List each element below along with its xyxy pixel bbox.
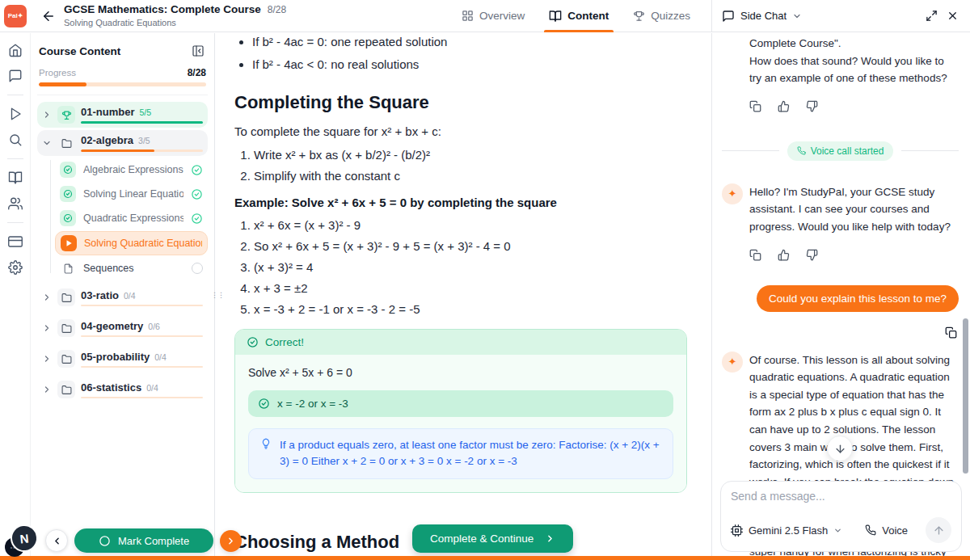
sidebar-resize-handle[interactable]: ⋮⋮ (211, 293, 217, 306)
section-count: 3/5 (138, 136, 150, 145)
practice-hint: If a product equals zero, at least one f… (248, 428, 673, 479)
book-icon[interactable] (8, 171, 23, 185)
main-tabs: Overview Content Quizzes (462, 0, 690, 32)
send-button[interactable] (926, 517, 951, 543)
section-06-statistics[interactable]: 06-statistics0/4 (37, 377, 208, 402)
thumbs-down-button[interactable] (806, 249, 818, 261)
tab-quizzes[interactable]: Quizzes (633, 0, 690, 32)
user-message-row: Could you explain this lesson to me? (722, 285, 959, 312)
tab-quizzes-label: Quizzes (651, 10, 690, 22)
copy-button[interactable] (749, 100, 761, 112)
model-label: Gemini 2.5 Flash (749, 524, 828, 537)
lesson-quadratic-expressions[interactable]: Quadratic Expressions (55, 207, 208, 229)
lesson-label: Solving Quadratic Equations (84, 238, 202, 249)
cpu-icon (731, 524, 743, 537)
section-progress-bar (81, 305, 203, 306)
folder-icon (57, 350, 75, 368)
lesson-solving-linear-equations[interactable]: Solving Linear Equations (55, 183, 208, 205)
collapse-sidebar-button[interactable] (190, 43, 206, 59)
course-tree: 01-number5/5 02-algebra3/5 Algebraic Exp… (37, 95, 208, 402)
copy-button[interactable] (749, 249, 761, 261)
home-icon[interactable] (8, 43, 23, 57)
message-input[interactable] (731, 490, 951, 503)
course-content-title: Course Content (39, 45, 120, 57)
bullet: If b² - 4ac = 0: one repeated solution (252, 35, 687, 48)
tab-overview[interactable]: Overview (462, 0, 525, 32)
voice-call-divider: Voice call started (722, 141, 959, 161)
phone-icon (797, 146, 806, 155)
thumbs-up-icon (778, 100, 790, 112)
completing-intro: To complete the square for x² + bx + c: (234, 124, 687, 138)
search-icon[interactable] (8, 133, 23, 147)
lightbulb-icon (260, 438, 272, 470)
back-button[interactable] (41, 9, 56, 23)
chat-scrollbar[interactable] (963, 318, 968, 474)
copy-button[interactable] (943, 325, 959, 340)
answer-text: x = -2 or x = -3 (277, 398, 348, 410)
thumbs-down-icon (806, 100, 818, 112)
section-count: 0/4 (146, 383, 158, 393)
lesson-algebraic-expressions[interactable]: Algebraic Expressions (55, 158, 208, 181)
practice-result-card: Correct! Solve x² + 5x + 6 = 0 x = -2 or… (234, 329, 687, 493)
lesson-sequences[interactable]: Sequences (55, 257, 208, 280)
play-icon[interactable] (8, 107, 23, 121)
section-progress-bar (81, 335, 203, 337)
thumbs-up-button[interactable] (778, 249, 790, 261)
chat-icon[interactable] (8, 69, 23, 83)
section-01-number[interactable]: 01-number5/5 (37, 102, 208, 128)
example-heading: Example: Solve x² + 6x + 5 = 0 by comple… (234, 196, 687, 209)
section-label: 05-probability (81, 351, 150, 363)
section-label: 01-number (81, 106, 134, 118)
voice-call-badge: Voice call started (787, 141, 894, 161)
check-circle-icon (60, 186, 76, 202)
app-logo[interactable]: Pal✦ (4, 5, 27, 27)
next-lesson-button[interactable] (220, 530, 242, 552)
chevron-right-icon (545, 533, 555, 544)
section-02-algebra[interactable]: 02-algebra3/5 (37, 130, 208, 156)
tab-content[interactable]: Content (549, 0, 609, 32)
section-count: 0/6 (148, 322, 160, 331)
previous-lesson-button[interactable] (45, 529, 68, 552)
copy-icon (945, 326, 957, 339)
tab-content-label: Content (567, 10, 609, 22)
scroll-to-bottom-button[interactable] (827, 436, 853, 461)
card-icon[interactable] (8, 234, 23, 249)
chat-bubble-icon (722, 10, 735, 23)
section-label: 02-algebra (81, 134, 133, 146)
chevron-right-icon (42, 323, 52, 333)
settings-icon[interactable] (8, 260, 23, 275)
section-05-probability[interactable]: 05-probability0/4 (37, 346, 208, 372)
file-icon (60, 260, 76, 276)
thumbs-down-button[interactable] (806, 100, 818, 112)
mark-complete-button[interactable]: Mark Complete (74, 528, 213, 553)
studypal-avatar: ✦ (722, 183, 743, 204)
chevron-down-icon[interactable] (792, 11, 802, 21)
section-04-geometry[interactable]: 04-geometry0/6 (37, 315, 208, 341)
course-progress-count: 8/28 (268, 5, 286, 16)
side-chat-title: Side Chat (740, 10, 787, 22)
bullet: If b² - 4ac < 0: no real solutions (252, 57, 687, 71)
lesson-solving-quadratic-equations[interactable]: Solving Quadratic Equations (55, 231, 208, 255)
step: x + 3 = ±2 (254, 281, 687, 295)
chevron-left-icon (52, 536, 62, 546)
course-title-block: GCSE Mathematics: Complete Course 8/28 S… (64, 3, 286, 27)
voice-button[interactable]: Voice (865, 524, 908, 537)
complete-continue-button[interactable]: Complete & Continue (412, 524, 573, 553)
main-columns: Course Content Progress 8/28 01-number5/… (0, 33, 970, 560)
collapse-sidebar-icon (192, 44, 205, 57)
users-icon[interactable] (8, 196, 23, 211)
section-label: 06-statistics (81, 381, 141, 394)
thumbs-up-button[interactable] (778, 100, 790, 112)
close-chat-button[interactable] (945, 8, 960, 23)
expand-chat-button[interactable] (924, 8, 939, 23)
progress-value: 8/28 (188, 67, 206, 78)
model-selector[interactable]: Gemini 2.5 Flash (731, 524, 842, 537)
lesson-label: Solving Linear Equations (83, 188, 183, 200)
section-03-ratio[interactable]: 03-ratio0/4 (37, 284, 208, 310)
algebra-lessons: Algebraic Expressions Solving Linear Equ… (50, 158, 208, 280)
section-progress-bar (81, 149, 203, 152)
progress-label: Progress (39, 68, 76, 78)
arrow-down-icon (834, 443, 846, 455)
user-avatar[interactable]: ••• N (5, 524, 39, 557)
phone-icon (865, 524, 876, 536)
